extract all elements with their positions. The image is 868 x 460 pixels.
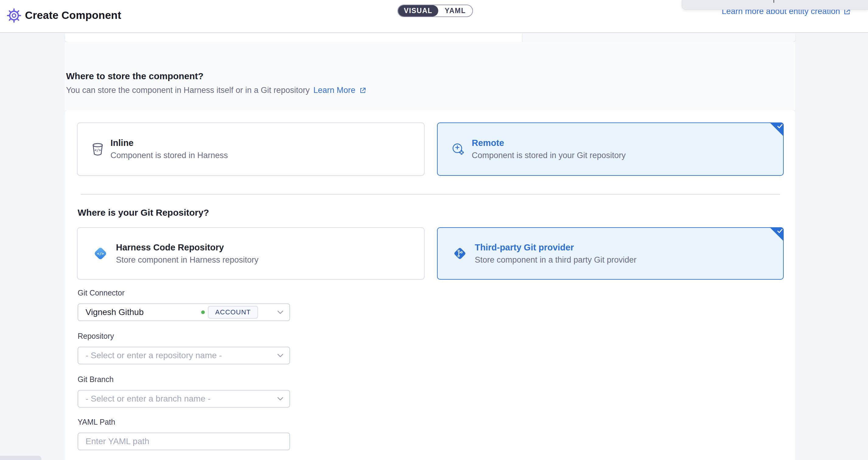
previous-section-fragment-left [65, 33, 522, 42]
option-description: Component is stored in your Git reposito… [472, 151, 626, 160]
yaml-path-placeholder: Enter YAML path [86, 436, 149, 446]
harness-code-repo-icon: </> [92, 245, 109, 262]
tab-yaml[interactable]: YAML [438, 5, 472, 17]
option-title: Third-party Git provider [475, 242, 637, 253]
third-party-git-icon [452, 245, 468, 262]
svg-text:</>: </> [94, 148, 101, 152]
toast-fragment-tick [773, 0, 774, 3]
gear-icon [7, 8, 21, 23]
toast-fragment [682, 0, 868, 10]
storage-option-remote[interactable]: Remote Component is stored in your Git r… [437, 122, 784, 176]
storage-option-inline[interactable]: </> Inline Component is stored in Harnes… [77, 122, 425, 176]
option-title: Inline [111, 138, 228, 148]
check-icon [777, 229, 782, 233]
bottom-left-fragment [0, 456, 41, 460]
svg-text:</>: </> [97, 251, 104, 256]
selected-corner-badge [770, 122, 784, 137]
store-section-heading: Where to store the component? [66, 71, 204, 81]
git-connector-value: Vignesh Github [86, 307, 144, 317]
visual-yaml-toggle: VISUAL YAML [398, 5, 473, 17]
git-branch-label: Git Branch [78, 375, 114, 384]
yaml-path-label: YAML Path [78, 418, 115, 427]
store-section-subtitle: You can store the component in Harness i… [66, 86, 366, 95]
connector-status-dot [201, 310, 205, 314]
option-title: Remote [472, 138, 626, 148]
repository-label: Repository [78, 332, 114, 341]
learn-more-link[interactable]: Learn More [313, 86, 355, 95]
section-divider [81, 194, 780, 195]
check-icon [777, 124, 782, 128]
chevron-down-icon [277, 397, 283, 401]
git-option-third-party[interactable]: Third-party Git provider Store component… [437, 227, 784, 280]
git-connector-select[interactable]: Vignesh Github ACCOUNT [78, 304, 290, 321]
chevron-down-icon [277, 310, 283, 314]
connector-scope-badge: ACCOUNT [208, 306, 258, 319]
option-description: Store component in Harness repository [116, 255, 258, 265]
git-connector-label: Git Connector [78, 288, 124, 297]
repository-select[interactable]: - Select or enter a repository name - [78, 347, 290, 364]
chevron-down-icon [277, 354, 283, 357]
option-description: Store component in a third party Git pro… [475, 255, 637, 265]
option-title: Harness Code Repository [116, 242, 258, 253]
git-branch-select[interactable]: - Select or enter a branch name - [78, 390, 290, 408]
option-description: Component is stored in Harness [111, 151, 228, 160]
remote-git-icon [452, 142, 465, 156]
git-option-harness-code[interactable]: </> Harness Code Repository Store compon… [77, 227, 425, 280]
store-subtitle-text: You can store the component in Harness i… [66, 86, 310, 95]
yaml-path-input[interactable]: Enter YAML path [78, 433, 290, 450]
repository-placeholder: - Select or enter a repository name - [86, 351, 222, 361]
git-section-heading: Where is your Git Repository? [78, 207, 209, 218]
inline-archive-icon: </> [92, 142, 104, 156]
page-title: Create Component [25, 9, 121, 21]
git-branch-placeholder: - Select or enter a branch name - [86, 394, 211, 404]
external-link-icon [359, 87, 366, 94]
previous-section-fragment-right [522, 33, 795, 42]
create-component-page: Create Component VISUAL YAML Learn more … [0, 0, 868, 460]
tab-visual[interactable]: VISUAL [398, 5, 438, 17]
selected-corner-badge [770, 227, 784, 241]
